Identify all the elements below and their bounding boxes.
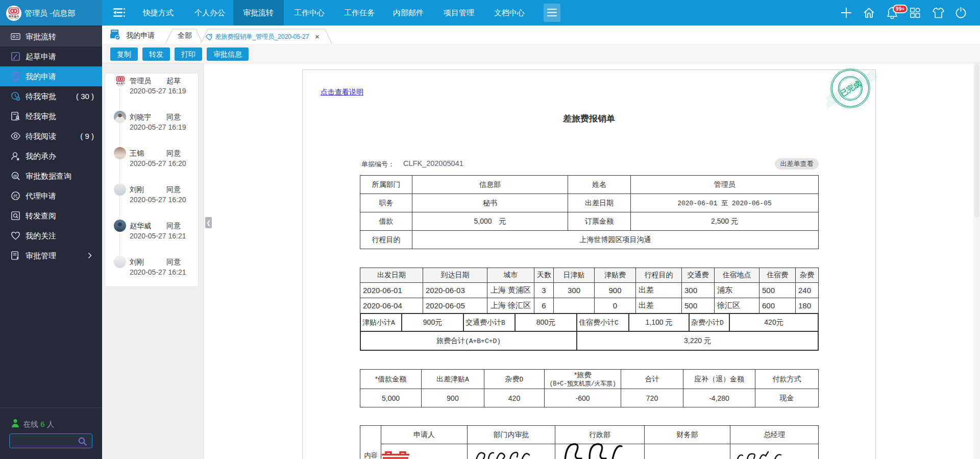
svg-text:OA POWER: OA POWER xyxy=(10,18,18,20)
svg-text:@: @ xyxy=(13,174,17,178)
svg-text:代: 代 xyxy=(13,194,18,199)
svg-text:华天动力: 华天动力 xyxy=(115,82,125,85)
svg-text:OA POWER: OA POWER xyxy=(117,85,124,87)
svg-text:华天动力: 华天动力 xyxy=(8,15,19,18)
